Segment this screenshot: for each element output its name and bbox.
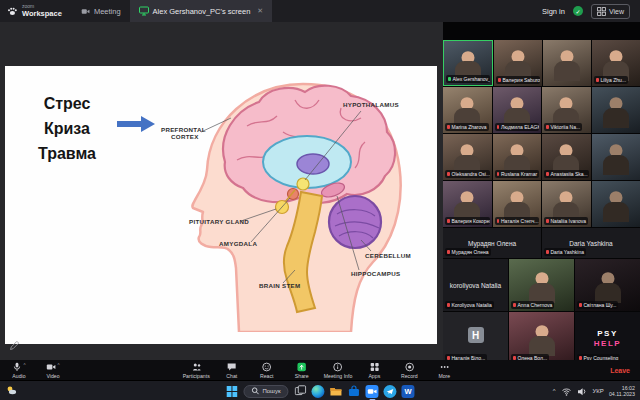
word-icon[interactable]: W bbox=[402, 385, 415, 398]
participant-name-badge: Oleksandra Osi... bbox=[445, 170, 490, 178]
chevron-up-icon[interactable]: ^ bbox=[23, 362, 25, 369]
participant-figure-body bbox=[603, 202, 629, 222]
thalamus bbox=[297, 154, 329, 174]
edge-browser-icon[interactable] bbox=[312, 385, 325, 398]
participant-tile[interactable]: Marina Zharova bbox=[443, 87, 492, 133]
mic-muted-icon bbox=[596, 78, 599, 82]
video-camera-icon bbox=[46, 362, 56, 372]
zoom-meeting-window: zoom Workspace Meeting Alex Gershanov_PC… bbox=[0, 0, 640, 400]
react-button[interactable]: React bbox=[254, 360, 280, 380]
participant-tile[interactable]: Liliya Zhu... bbox=[592, 40, 640, 86]
mic-muted-icon bbox=[498, 78, 501, 82]
chat-button[interactable]: Chat bbox=[219, 360, 245, 380]
participant-tile[interactable]: Валерия Saburova bbox=[494, 40, 542, 86]
psy-help-logo: PSY bbox=[597, 329, 618, 338]
mic-muted-icon bbox=[546, 219, 549, 223]
task-view-button[interactable] bbox=[294, 385, 307, 398]
participant-tile[interactable]: Ruslana Kramar bbox=[493, 134, 542, 180]
close-tab-icon[interactable]: ✕ bbox=[257, 7, 263, 15]
sign-in-button[interactable]: Sign in bbox=[542, 7, 565, 16]
record-label: Record bbox=[401, 373, 418, 379]
taskbar-search[interactable]: Пошук bbox=[243, 385, 288, 398]
participant-name-badge: Anna Chernova bbox=[511, 301, 554, 309]
task-view-icon bbox=[294, 385, 306, 397]
video-grid: Alex Gershanov_PC Валерия Saburova Liliy… bbox=[443, 40, 640, 360]
participant-name-badge: Anastasiia Ska... bbox=[544, 170, 589, 178]
participant-tile[interactable]: Anastasiia Ska... bbox=[542, 134, 591, 180]
participant-tile[interactable]: Viktoriia Na... bbox=[542, 87, 591, 133]
participants-button[interactable]: Participants bbox=[183, 360, 210, 380]
participant-figure-body bbox=[529, 336, 555, 356]
file-explorer-icon[interactable] bbox=[330, 385, 343, 398]
participant-tile-audio[interactable]: Daria Yashkina Daria Yashkina bbox=[542, 228, 640, 258]
start-button[interactable] bbox=[225, 385, 238, 398]
mic-muted-icon bbox=[497, 172, 500, 176]
grid-row-5: Мурадян Олена Мурадян Олена Daria Yashki… bbox=[443, 228, 640, 258]
zoom-camera-glyph bbox=[367, 386, 378, 397]
participant-name-badge: Валерия Козорез bbox=[445, 217, 490, 225]
more-button[interactable]: More bbox=[431, 360, 457, 380]
microsoft-store-icon[interactable] bbox=[348, 385, 361, 398]
tray-expand-icon[interactable]: ^ bbox=[553, 388, 556, 394]
mic-muted-icon bbox=[447, 250, 450, 254]
audio-button[interactable]: ^ Audio bbox=[6, 360, 32, 380]
apps-button[interactable]: Apps bbox=[361, 360, 387, 380]
participant-tile[interactable]: Людмила ELAGKO bbox=[493, 87, 542, 133]
participant-tile-audio[interactable]: Мурадян Олена Мурадян Олена bbox=[443, 228, 541, 258]
telegram-icon[interactable] bbox=[384, 385, 397, 398]
participant-name-badge: Viktoriia Na... bbox=[544, 123, 582, 131]
participant-tile[interactable] bbox=[592, 87, 640, 133]
mic-muted-icon bbox=[447, 219, 450, 223]
more-label: More bbox=[438, 373, 450, 379]
mic-muted-icon bbox=[513, 303, 516, 307]
tab-meeting[interactable]: Meeting bbox=[72, 0, 130, 22]
participant-tile[interactable]: Олена Вол... bbox=[509, 312, 574, 360]
participant-tile[interactable]: Наталія Степч... bbox=[493, 181, 542, 227]
leave-label: Leave bbox=[610, 367, 630, 374]
participant-name-badge: Liliya Zhu... bbox=[594, 76, 628, 84]
taskbar-center: Пошук W bbox=[225, 381, 414, 400]
participant-name-badge: Koroliyova Natalia bbox=[445, 301, 494, 309]
chevron-up-icon[interactable]: ^ bbox=[57, 362, 59, 369]
label-brain-stem: BRAIN STEM bbox=[259, 282, 301, 289]
participant-tile[interactable]: Nataliia Ivanova bbox=[542, 181, 591, 227]
participant-tile[interactable]: Світлана Шу... bbox=[575, 259, 640, 311]
weather-widget[interactable] bbox=[6, 385, 17, 396]
label-cerebellum: CEREBELLUM bbox=[365, 252, 411, 259]
meeting-info-button[interactable]: Meeting Info bbox=[324, 360, 353, 380]
participant-tile-avatar[interactable]: H Наталія Біло... bbox=[443, 312, 508, 360]
participant-tile[interactable] bbox=[543, 40, 591, 86]
participant-tile[interactable]: Oleksandra Osi... bbox=[443, 134, 492, 180]
taskbar-clock[interactable]: 16:02 04.11.2023 bbox=[609, 385, 635, 398]
participant-tile[interactable] bbox=[592, 134, 640, 180]
more-dots-icon bbox=[439, 362, 449, 372]
participant-tile[interactable]: Валерия Козорез bbox=[443, 181, 492, 227]
participant-tile[interactable] bbox=[592, 181, 640, 227]
participant-figure-body bbox=[603, 155, 629, 175]
volume-icon[interactable] bbox=[577, 386, 588, 397]
connection-status-icon[interactable]: ✓ bbox=[573, 6, 583, 16]
tab-shared-screen[interactable]: Alex Gershanov_PC's screen ✕ bbox=[130, 0, 273, 22]
mic-muted-icon bbox=[579, 303, 582, 307]
participant-figure-body bbox=[529, 283, 555, 303]
participant-tile[interactable]: Anna Chernova bbox=[509, 259, 574, 311]
participant-tile-alex[interactable]: Alex Gershanov_PC bbox=[443, 40, 493, 86]
label-pituitary-gland: PITUITARY GLAND bbox=[189, 218, 249, 225]
participant-tile-audio[interactable]: koroliyova Natalia Koroliyova Natalia bbox=[443, 259, 508, 311]
annotation-pencil-icon[interactable] bbox=[9, 340, 20, 351]
record-button[interactable]: Record bbox=[396, 360, 422, 380]
view-button[interactable]: View bbox=[591, 4, 630, 19]
title-bar: zoom Workspace Meeting Alex Gershanov_PC… bbox=[0, 0, 640, 22]
leave-button[interactable]: Leave bbox=[610, 360, 630, 380]
video-label: Video bbox=[46, 373, 59, 379]
video-button[interactable]: ^ Video bbox=[40, 360, 66, 380]
wifi-icon[interactable] bbox=[561, 386, 572, 397]
zoom-app-icon[interactable] bbox=[366, 385, 379, 398]
meeting-info-label: Meeting Info bbox=[324, 373, 353, 379]
psy-help-logo-2: HELP bbox=[594, 339, 621, 348]
search-icon bbox=[251, 387, 259, 395]
language-indicator[interactable]: УКР bbox=[593, 388, 604, 394]
slide-title: Стрес Криза Травма bbox=[23, 92, 111, 166]
share-button[interactable]: Share bbox=[289, 360, 315, 380]
participant-tile-psy-help[interactable]: PSY HELP Psy Counseling bbox=[575, 312, 640, 360]
